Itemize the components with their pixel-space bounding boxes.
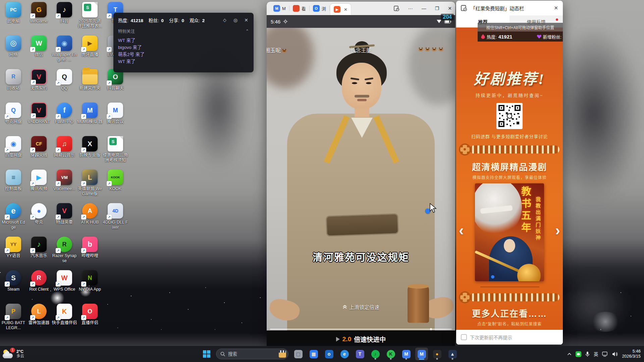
assistant-tool-icon[interactable] [394,6,399,11]
desktop-icon-Flash中心[interactable]: f↗Flash中心 [52,103,77,124]
desktop-icon-抖音[interactable]: ♪↗抖音 [52,2,77,24]
desktop-icon-Voicemee-[interactable]: VM↗Voicemee... [52,170,77,191]
video-progress-bar[interactable] [270,329,452,329]
close-icon[interactable]: ✕ [554,5,558,11]
desktop-icon-汽水音乐[interactable]: ♪↗汽水音乐 [26,237,52,258]
carousel-next-button[interactable]: › [555,223,560,238]
desktop-icon-WeGame[interactable]: G↗WeGame [26,2,52,24]
close-button[interactable]: ✕ [448,6,452,11]
desktop-icon-Steam[interactable]: S↗Steam [1,270,26,292]
app-icon: 4D↗ [108,203,123,219]
desktop-icon-新建文件夹[interactable]: 新建文件夹 [77,69,103,91]
taskbar-search[interactable] [216,349,288,359]
start-button[interactable] [201,348,213,360]
desktop-icon-NVIDIA-App[interactable]: N↗NVIDIA App [77,270,103,292]
desktop-icon-英雄联盟-WeGame版[interactable]: L↗英雄联盟 WeGame版 [77,170,103,196]
desktop-icon-网易云音乐[interactable]: ♫↗网易云音乐 [52,136,77,158]
desktop-icon-微信[interactable]: W↗微信 [26,36,52,57]
taskbar-icon-outlook[interactable]: o [323,348,335,360]
desktop-icon-哔哩哔哩[interactable]: b↗哔哩哔哩 [77,237,103,258]
shortcut-arrow-icon: ↗ [56,47,61,52]
taskbar-icon-mumu-active[interactable]: M [415,348,428,360]
taskbar-icon-soda-music[interactable]: ♪ [369,348,382,360]
desktop-icon-雷神加速器[interactable]: L↗雷神加速器 [26,304,52,325]
volume-icon[interactable] [612,352,618,357]
desktop-icon-Wallpaper-Engine:-[interactable]: ◉↗Wallpaper Engine: ... [52,36,77,62]
taskbar-icon-teams[interactable]: T [354,348,366,360]
wechat-tray-icon[interactable] [576,351,581,357]
icon-label: 2025年先进 评比推荐表... [77,19,103,29]
chevron-up-icon[interactable]: ⌃ [246,29,249,34]
desktop-icon-夸克[interactable]: ●↗夸克 [26,203,52,225]
desktop-icon-Razer-Synapse[interactable]: R↗Razer Synapse [52,237,77,263]
desktop-icon-PUBG-BATTLEGR-[interactable]: P↗PUBG BATTLEGR... [1,304,26,330]
desktop-icon-腾讯会议[interactable]: M↗腾讯会议 [103,103,128,124]
daily-image-icon[interactable] [279,350,286,358]
search-input[interactable] [228,352,276,357]
desktop-icon-ATK-HUB[interactable]: A↗ATK HUB [77,203,103,225]
stat-item: 观众: 2 [190,17,205,23]
desktop-icon-Microsoft-Edge[interactable]: e↗Microsoft Edge [1,203,26,230]
desktop-icon-腾讯视频[interactable]: ▶↗腾讯视频 [26,170,52,191]
desktop-icon-网络[interactable]: ◎网络 [1,36,26,57]
desktop-icon-WPS-Office[interactable]: W↗WPS Office [52,270,77,292]
desktop-icon-穿越火线[interactable]: CF↗穿越火线 [26,136,52,158]
desktop-icon-2025年先进-评比推荐表-[interactable]: S2025年先进 评比推荐表... [77,2,103,29]
desktop-icon-无畏契约[interactable]: V↗无畏契约 [26,69,52,91]
carousel-prev-button[interactable]: ‹ [459,223,464,238]
dont-remind-checkbox[interactable] [461,334,467,340]
clock[interactable]: 5:46 2026/3/15 [622,349,641,359]
desktop-icon-控制面板[interactable]: ≡控制面板 [1,170,26,191]
emulator-tab-3[interactable]: ▶✕ [330,4,351,15]
input-language-indicator[interactable]: 英 [594,351,598,357]
desktop-icon-此电脑[interactable]: PC此电脑 [1,2,26,24]
desktop-icon-缇惠电竞三角-洲考核须知[interactable]: S缇惠电竞三角 洲考核须知 [103,136,128,163]
promo-title: 好剧推荐! [456,67,563,88]
desktop-icon-虎牙直播[interactable]: ▶↗虎牙直播 [77,36,103,57]
progress-handle[interactable] [430,328,432,330]
taskbar-icon-file-explorer[interactable]: ▢ [292,348,305,360]
taskbar-icon-microsoft-store[interactable]: ▦ [307,348,320,360]
icon-label: 腾讯视频 [26,186,52,191]
maximize-button[interactable]: ❐ [435,6,439,11]
shortcut-arrow-icon: ↗ [5,215,10,220]
minimize-button[interactable]: — [422,6,426,11]
taskbar-icon-delta-app[interactable]: ▲ [446,348,459,360]
desktop-icon-Riot-Client[interactable]: R↗Riot Client [26,270,52,292]
tab-close-icon[interactable]: ✕ [344,7,347,12]
emulator-tab-0[interactable]: MM [271,2,288,15]
taskbar-icon-edge[interactable]: e [338,348,351,360]
carousel-active-dot[interactable] [491,275,494,279]
desktop-icon-回收站[interactable]: R回收站 [1,69,26,91]
cast-display-icon[interactable] [602,352,608,357]
desktop-icon-快手直播伴侣[interactable]: K↗快手直播伴侣 [52,304,77,325]
close-icon[interactable]: ✕ [244,17,249,23]
desktop-icon-夸克网盘[interactable]: Q↗夸克网盘 [1,103,26,124]
target-icon[interactable]: ◎ [233,17,238,23]
desktop-icon-YY语音[interactable]: YY↗YY语音 [1,237,26,258]
desktop-icon-特战英豪[interactable]: V↗特战英豪 [52,203,77,225]
desktop-icon-MuMu模拟-器[interactable]: M↗MuMu模拟 器 [77,103,103,124]
desktop-icon-4DDiG-DLL-Fixer[interactable]: 4D↗4DDiG DLL Fixer [103,203,128,230]
video-player[interactable]: 湘玉呢 长念王腾 清河雅苑可没这规矩 上滑锁定倍速 [267,28,455,330]
running-indicator [452,358,453,360]
desktop-icon-QQ[interactable]: Q↗QQ [52,69,77,91]
desktop-icon-剪映专业版[interactable]: X↗剪映专业版 [77,136,103,158]
microphone-icon[interactable] [585,351,590,357]
taskbar-icon-hongguo-app[interactable]: ● [431,348,443,360]
desktop-icon-直播伴侣[interactable]: O↗直播伴侣 [77,304,103,325]
more-menu-button[interactable]: ··· [408,6,413,11]
tray-chevron-icon[interactable] [567,353,572,356]
emulator-tab-2[interactable]: O浏 [310,2,329,15]
featured-drama-poster[interactable]: 教书五年 我教出满门妖神 [475,183,544,281]
taskbar-icon-mumu[interactable]: M [400,348,413,360]
stat-item: 粉丝: 0 [149,17,164,23]
desktop-icon-百度网盘[interactable]: ◉↗百度网盘 [1,136,26,158]
taskbar-icon-green-app[interactable]: K [384,348,397,360]
lock-icon[interactable]: ⬦ [222,17,227,23]
weather-widget[interactable]: 1 2°C 多云 [3,346,24,362]
desktop-icon-VALORANT[interactable]: V↗VALORANT [26,103,52,124]
shortcut-arrow-icon: ↗ [56,147,61,153]
desktop-icon-KOOK[interactable]: KOOK↗KOOK [103,170,128,191]
emulator-tab-1[interactable]: 看 [290,2,309,15]
